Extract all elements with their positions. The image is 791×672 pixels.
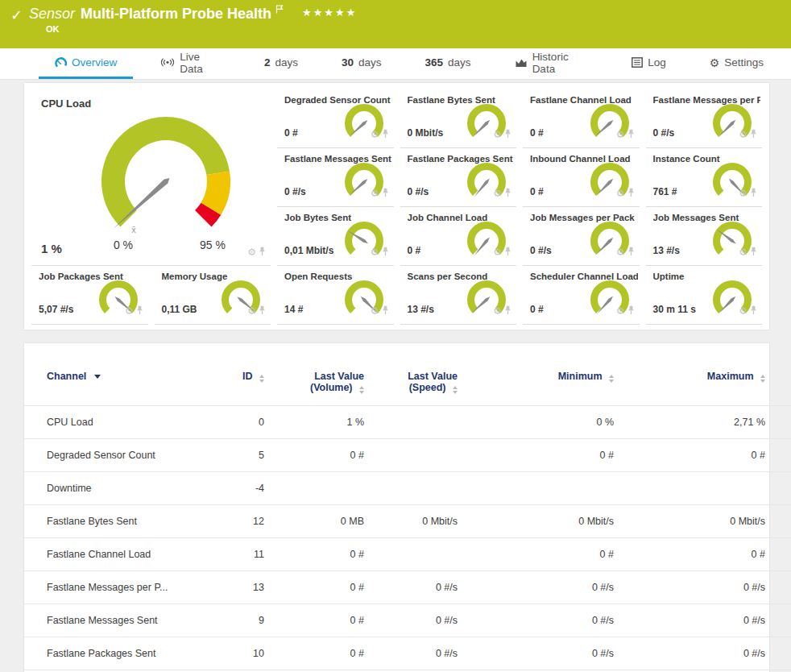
table-row[interactable]: Fastlane Packages Sent100 #0 #/s0 #/s0 #… xyxy=(24,637,791,670)
gauge-settings-gear-icon[interactable]: ⚙ xyxy=(739,306,748,316)
pin-icon[interactable] xyxy=(627,127,635,142)
sort-arrows-icon xyxy=(259,375,264,383)
pin-icon[interactable] xyxy=(382,304,389,318)
column-header-minimum[interactable]: Minimum xyxy=(464,359,620,406)
table-row[interactable]: CPU Load01 %0 %2,71 %⚙⚙ xyxy=(24,406,791,439)
memory-usage-panel[interactable]: Memory Usage0,11 GB⚙ xyxy=(155,266,271,325)
pin-icon[interactable] xyxy=(750,127,757,142)
instance-count-panel[interactable]: Instance Count761 #⚙ xyxy=(646,148,763,207)
gauge-settings-gear-icon[interactable]: ⚙ xyxy=(616,306,625,316)
inbound-channel-load-panel[interactable]: Inbound Channel Load0 #⚙ xyxy=(523,148,640,207)
tab-historic-data[interactable]: Historic Data xyxy=(499,48,605,79)
cell-minimum: 0 # xyxy=(464,439,620,472)
gauge-settings-gear-icon[interactable]: ⚙ xyxy=(493,189,502,198)
cell-edit: ⚙⚙ xyxy=(772,406,791,439)
pin-icon[interactable] xyxy=(750,245,757,259)
svg-text:x̄: x̄ xyxy=(131,225,136,234)
gauge-settings-gear-icon[interactable]: ⚙ xyxy=(616,130,625,139)
column-header-id[interactable]: ID xyxy=(213,359,271,406)
degraded-sensor-count-panel[interactable]: Degraded Sensor Count0 #⚙ xyxy=(277,89,394,148)
tab-30-days[interactable]: 30days xyxy=(325,48,398,79)
job-messages-sent-panel[interactable]: Job Messages Sent13 #/s⚙ xyxy=(646,207,763,266)
table-row[interactable]: Fastlane Messages per P...130 #0 #/s0 #/… xyxy=(24,571,791,604)
cell-last-speed: 0 #/s xyxy=(371,637,464,670)
cell-last-speed: 0 #/s xyxy=(371,571,464,604)
pin-icon[interactable] xyxy=(750,304,757,318)
gauge-settings-gear-icon[interactable]: ⚙ xyxy=(616,247,625,257)
table-row[interactable]: Fastlane Bytes Sent120 MB0 Mbit/s0 Mbit/… xyxy=(24,505,791,538)
gauge-settings-gear-icon[interactable]: ⚙ xyxy=(247,247,256,257)
gauge-settings-gear-icon[interactable]: ⚙ xyxy=(371,247,379,257)
column-header-last-speed[interactable]: Last Value(Speed) xyxy=(371,359,464,406)
scheduler-channel-load-panel[interactable]: Scheduler Channel Load0 #⚙ xyxy=(523,266,640,325)
tab-365-days[interactable]: 365days xyxy=(409,48,487,79)
cell-minimum xyxy=(464,472,620,505)
table-row[interactable]: Fastlane Channel Load110 #0 #0 #⚙⚙ xyxy=(24,538,791,571)
tab-log[interactable]: Log xyxy=(615,48,682,79)
pin-icon[interactable] xyxy=(136,304,143,318)
pin-icon[interactable] xyxy=(504,304,511,318)
cell-maximum: 0 # xyxy=(620,439,772,472)
tab-live-data[interactable]: Live Data xyxy=(144,48,237,79)
gauge-settings-gear-icon[interactable]: ⚙ xyxy=(739,247,748,257)
gauge-settings-gear-icon[interactable]: ⚙ xyxy=(371,189,379,198)
ok-check-icon: ✓ xyxy=(10,6,23,24)
column-header-maximum[interactable]: Maximum xyxy=(620,359,772,406)
job-channel-load-panel[interactable]: Job Channel Load0 #⚙ xyxy=(400,207,517,266)
pin-icon[interactable] xyxy=(504,245,511,259)
gauge-settings-gear-icon[interactable]: ⚙ xyxy=(739,189,748,198)
tab-2-days[interactable]: 2days xyxy=(248,48,314,79)
fastlane-messages-per-pack-panel[interactable]: Fastlane Messages per Pack0 #/s⚙ xyxy=(646,89,763,148)
fastlane-messages-sent-panel[interactable]: Fastlane Messages Sent0 #/s⚙ xyxy=(277,148,394,207)
pin-icon[interactable] xyxy=(382,186,389,201)
table-row[interactable]: Fastlane Messages Sent90 #0 #/s0 #/s0 #/… xyxy=(24,604,791,637)
job-packages-sent-panel[interactable]: Job Packages Sent5,07 #/s⚙ xyxy=(31,266,148,325)
pin-icon[interactable] xyxy=(627,245,635,259)
main-content: CPU Load x̄0 %95 % 1 % ⚙ Degraded Sensor… xyxy=(0,80,791,672)
gauge-settings-gear-icon[interactable]: ⚙ xyxy=(493,306,502,316)
gauge-value: 0 # xyxy=(530,186,544,197)
gauge-settings-gear-icon[interactable]: ⚙ xyxy=(371,306,379,316)
fastlane-packages-sent-panel[interactable]: Fastlane Packages Sent0 #/s⚙ xyxy=(400,148,517,207)
gauge-value: 0,11 GB xyxy=(162,304,197,315)
scans-per-second-panel[interactable]: Scans per Second13 #/s⚙ xyxy=(400,266,517,325)
settings-gear-icon: ⚙ xyxy=(710,57,720,68)
pin-icon[interactable] xyxy=(627,304,635,318)
gauge-settings-gear-icon[interactable]: ⚙ xyxy=(616,189,625,198)
pin-icon[interactable] xyxy=(504,127,511,142)
pin-icon[interactable] xyxy=(382,127,389,142)
sort-arrows-icon xyxy=(760,375,765,383)
column-header-last-volume[interactable]: Last Value(Volume) xyxy=(271,359,371,406)
column-header-edit xyxy=(772,359,791,406)
open-requests-panel[interactable]: Open Requests14 #⚙ xyxy=(277,266,394,325)
cell-minimum: 0 # xyxy=(464,538,620,571)
job-bytes-sent-panel[interactable]: Job Bytes Sent0,01 Mbit/s⚙ xyxy=(277,207,394,266)
pin-icon[interactable] xyxy=(259,304,266,318)
chart-icon xyxy=(515,57,528,68)
gauge-settings-gear-icon[interactable]: ⚙ xyxy=(493,247,502,257)
pin-icon[interactable] xyxy=(750,186,757,201)
priority-stars[interactable]: ★★★★★ xyxy=(302,6,357,19)
gauge-settings-gear-icon[interactable]: ⚙ xyxy=(247,306,256,316)
job-messages-per-pack-panel[interactable]: Job Messages per Pack0 #/s⚙ xyxy=(523,207,640,266)
table-row[interactable]: Downtime-4⚙⚙ xyxy=(24,472,791,505)
gauge-settings-gear-icon[interactable]: ⚙ xyxy=(739,130,748,139)
cell-id: 9 xyxy=(213,604,271,637)
gauge-settings-gear-icon[interactable]: ⚙ xyxy=(125,306,134,316)
pin-icon[interactable] xyxy=(627,186,635,201)
gauge-settings-gear-icon[interactable]: ⚙ xyxy=(371,130,379,139)
pin-icon[interactable] xyxy=(259,245,266,259)
table-row[interactable]: Degraded Sensor Count50 #0 #0 #⚙⚙ xyxy=(24,439,791,472)
uptime-panel[interactable]: Uptime30 m 11 s⚙ xyxy=(646,266,763,325)
fastlane-channel-load-panel[interactable]: Fastlane Channel Load0 #⚙ xyxy=(523,89,640,148)
pin-icon[interactable] xyxy=(504,186,511,201)
tab-settings[interactable]: ⚙Settings xyxy=(694,48,780,79)
gauge-settings-gear-icon[interactable]: ⚙ xyxy=(493,130,502,139)
flag-icon[interactable] xyxy=(275,1,284,18)
column-header-channel[interactable]: Channel xyxy=(24,359,213,406)
cpu-load-panel[interactable]: CPU Load x̄0 %95 % 1 % ⚙ xyxy=(31,89,271,266)
pin-icon[interactable] xyxy=(382,245,389,259)
fastlane-bytes-sent-panel[interactable]: Fastlane Bytes Sent0 Mbit/s⚙ xyxy=(400,89,517,148)
log-icon xyxy=(632,57,643,68)
tab-overview[interactable]: Overview xyxy=(39,48,133,79)
